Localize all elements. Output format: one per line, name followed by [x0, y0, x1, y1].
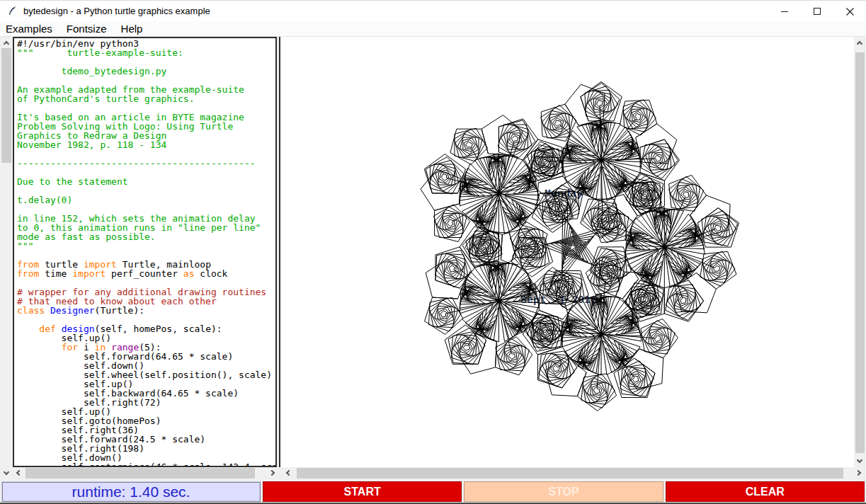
code-line: tdemo_bytedesign.py — [17, 67, 275, 76]
close-button[interactable] — [833, 1, 866, 22]
maximize-button[interactable] — [801, 1, 833, 22]
runtime-label: runtime: 1.40 sec. — [1, 481, 261, 502]
code-line: ----------------------------------------… — [17, 159, 275, 168]
code-line: """ turtle-example-suite: — [17, 48, 275, 57]
close-icon — [846, 8, 854, 16]
minimize-icon — [781, 11, 788, 12]
code-editor[interactable]: #!/usr/bin/env python3""" turtle-example… — [13, 37, 277, 467]
menu-examples[interactable]: Examples — [0, 21, 59, 37]
title-bar: bytedesign - a Python turtle graphics ex… — [0, 0, 866, 21]
editor-vscroll-thumb[interactable] — [1, 48, 11, 163]
code-line: Due to the statement — [17, 177, 275, 186]
scroll-down-icon[interactable] — [4, 469, 9, 475]
start-button[interactable]: START — [263, 481, 462, 502]
scroll-up-icon[interactable] — [4, 41, 9, 47]
scroll-right-icon[interactable] — [855, 470, 861, 476]
turtle-canvas: MondaySept. 1 2016 — [280, 37, 854, 467]
code-line: of PythonCard's turtle graphics. — [17, 94, 275, 103]
stop-button[interactable]: STOP — [464, 481, 663, 502]
editor-hscroll-thumb[interactable] — [25, 468, 255, 479]
app-window: bytedesign - a Python turtle graphics ex… — [0, 0, 866, 504]
editor-hscrollbar[interactable] — [13, 467, 280, 479]
canvas-frame: MondaySept. 1 2016 — [279, 37, 866, 467]
code-line: class Designer(Turtle): — [17, 306, 275, 315]
scroll-right-icon[interactable] — [269, 470, 275, 476]
python-feather-icon — [7, 6, 18, 16]
window-title: bytedesign - a Python turtle graphics ex… — [23, 6, 210, 16]
code-line: """ — [17, 241, 275, 251]
status-bar: runtime: 1.40 sec. STARTSTOPCLEAR — [0, 479, 866, 503]
button-row: STARTSTOPCLEAR — [263, 481, 865, 502]
hscroll-row — [0, 467, 866, 479]
menu-help[interactable]: Help — [114, 21, 150, 37]
menu-bar: ExamplesFontsizeHelp — [0, 21, 866, 37]
code-line: t.delay(0) — [17, 195, 275, 205]
code-line: November 1982, p. 118 - 134 — [17, 140, 275, 149]
scroll-up-icon[interactable] — [857, 41, 862, 47]
minimize-button[interactable] — [768, 1, 801, 22]
canvas-hscrollbar[interactable] — [283, 467, 866, 479]
clear-button[interactable]: CLEAR — [666, 481, 865, 502]
scroll-left-icon[interactable] — [16, 470, 22, 476]
canvas-vscroll-thumb[interactable] — [855, 52, 865, 453]
scroll-left-icon[interactable] — [286, 470, 292, 476]
byte-design-drawing — [280, 37, 854, 467]
menu-fontsize[interactable]: Fontsize — [59, 21, 114, 37]
canvas-vscrollbar[interactable] — [854, 37, 866, 467]
scroll-down-icon[interactable] — [857, 457, 862, 463]
canvas-hscroll-thumb[interactable] — [297, 468, 843, 479]
editor-vscrollbar[interactable] — [0, 37, 13, 479]
code-line: from time import perf_counter as clock — [17, 269, 275, 278]
code-line: mode as fast as possible. — [17, 232, 275, 241]
code-line: self.centerpiece(46 * scale, 143.4, scal… — [17, 462, 275, 467]
maximize-icon — [814, 8, 821, 15]
main-area: #!/usr/bin/env python3""" turtle-example… — [0, 37, 866, 467]
